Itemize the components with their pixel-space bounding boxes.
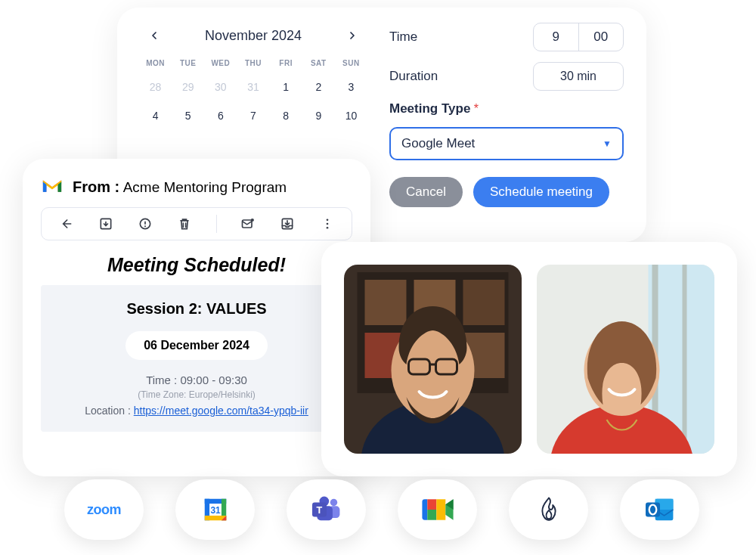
calendar-day[interactable]: 1 <box>271 73 302 101</box>
calendar-day[interactable]: 30 <box>205 73 236 101</box>
time-input[interactable]: 9 00 <box>533 23 624 51</box>
svg-rect-43 <box>436 499 445 519</box>
calendar-dow: SUN <box>336 54 367 72</box>
meeting-date: 06 December 2024 <box>125 331 268 360</box>
zoom-icon: zoom <box>87 502 121 518</box>
calendar-dow: SAT <box>303 54 334 72</box>
email-toolbar <box>41 207 352 240</box>
calendar-day[interactable]: 4 <box>140 102 171 129</box>
calendar-dow: THU <box>237 54 268 72</box>
calendar-day[interactable]: 5 <box>172 102 203 129</box>
svg-point-35 <box>330 499 337 507</box>
svg-point-5 <box>251 219 254 222</box>
mark-unread-icon[interactable] <box>240 215 256 232</box>
calendar-day[interactable]: 31 <box>237 73 268 101</box>
calendar-day[interactable]: 7 <box>237 102 268 129</box>
session-title: Session 2: VALUES <box>53 300 340 318</box>
svg-point-3 <box>144 225 146 227</box>
meeting-type-value: Google Meet <box>401 136 475 151</box>
meeting-link[interactable]: https://meet.google.com/ta34-ypqb-iir <box>134 405 308 417</box>
calendar-day[interactable]: 10 <box>336 102 367 129</box>
gmail-icon <box>41 177 64 197</box>
email-title: Meeting Scheduled! <box>41 254 352 276</box>
calendar-day[interactable]: 9 <box>303 102 334 129</box>
meeting-time: Time : 09:00 - 09:30 <box>53 374 340 386</box>
next-month-button[interactable] <box>344 27 361 44</box>
svg-rect-12 <box>365 280 407 325</box>
meeting-timezone: (Time Zone: Europe/Helsinki) <box>53 389 340 400</box>
time-minute[interactable]: 00 <box>579 29 624 45</box>
calendar-day[interactable]: 8 <box>271 102 302 129</box>
calendar-month-label: November 2024 <box>205 28 302 44</box>
integration-google-meet[interactable] <box>398 479 477 540</box>
svg-rect-41 <box>427 499 436 510</box>
location-label: Location : <box>85 405 131 417</box>
calendar-day[interactable]: 28 <box>140 73 171 101</box>
schedule-meeting-button[interactable]: Schedule meeting <box>473 177 609 207</box>
calendar-dow: TUE <box>172 54 203 72</box>
integration-jira[interactable] <box>509 479 588 540</box>
meeting-type-label: Meeting Type <box>389 101 470 116</box>
video-call-card <box>321 242 737 476</box>
calendar-day[interactable]: 2 <box>303 73 334 101</box>
calendar-dow: MON <box>140 54 171 72</box>
scheduler-settings: Time 9 00 Duration 30 min Meeting Type *… <box>367 23 624 227</box>
svg-rect-42 <box>427 510 436 520</box>
time-hour[interactable]: 9 <box>534 29 578 45</box>
flame-icon <box>534 495 564 524</box>
calendar-dow: WED <box>205 54 236 72</box>
cancel-button[interactable]: Cancel <box>389 177 463 207</box>
calendar-day[interactable]: 29 <box>172 73 203 101</box>
email-from-value: Acme Mentoring Program <box>123 179 287 195</box>
duration-label: Duration <box>389 69 438 84</box>
required-marker: * <box>474 102 479 115</box>
archive-icon[interactable] <box>98 215 114 232</box>
integrations-row: zoom 31 T <box>64 479 699 540</box>
svg-rect-26 <box>683 265 687 454</box>
meeting-type-select[interactable]: Google Meet ▼ <box>389 127 624 160</box>
svg-rect-14 <box>463 280 505 325</box>
integration-outlook[interactable] <box>620 479 699 540</box>
spam-icon[interactable] <box>137 215 153 232</box>
delete-icon[interactable] <box>176 215 193 232</box>
ms-teams-icon: T <box>309 495 344 524</box>
prev-month-button[interactable] <box>146 27 163 44</box>
chevron-down-icon: ▼ <box>603 138 612 149</box>
email-from-label: From : <box>73 178 119 195</box>
time-label: Time <box>389 29 417 45</box>
svg-point-7 <box>326 219 328 221</box>
calendar-grid: MONTUEWEDTHUFRISATSUN2829303112345678910 <box>140 54 367 129</box>
google-calendar-icon: 31 <box>200 495 231 524</box>
svg-text:T: T <box>316 505 322 516</box>
move-to-inbox-icon[interactable] <box>279 215 296 232</box>
calendar-day[interactable]: 3 <box>336 73 367 101</box>
google-meet-icon <box>420 495 456 524</box>
duration-input[interactable]: 30 min <box>533 62 624 91</box>
video-tile-1 <box>344 265 522 454</box>
calendar-dow: FRI <box>271 54 302 72</box>
svg-text:31: 31 <box>210 505 221 516</box>
more-icon[interactable] <box>319 215 336 232</box>
calendar-day[interactable]: 6 <box>205 102 236 129</box>
email-card: From : Acme Mentoring Program Meeting Sc… <box>23 159 370 476</box>
outlook-icon <box>643 495 677 524</box>
svg-point-8 <box>326 223 328 225</box>
svg-point-9 <box>326 227 328 229</box>
integration-zoom[interactable]: zoom <box>64 479 144 540</box>
integration-google-calendar[interactable]: 31 <box>175 479 255 540</box>
integration-ms-teams[interactable]: T <box>287 479 366 540</box>
back-icon[interactable] <box>57 215 74 232</box>
video-tile-2 <box>537 265 714 454</box>
